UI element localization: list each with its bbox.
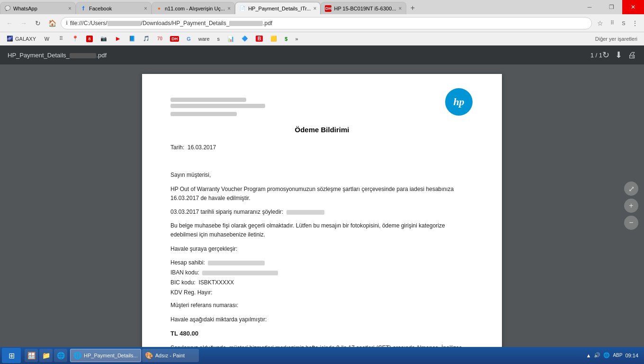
chrome-menu-icon[interactable]: ⋮ <box>630 18 640 28</box>
bookmark-ware[interactable]: ware <box>196 34 213 44</box>
bookmark-dh[interactable]: DH <box>167 34 182 44</box>
profile-icon[interactable]: S <box>618 18 629 28</box>
tab-n11-close[interactable]: × <box>227 5 231 12</box>
tab-hp-payment-close[interactable]: × <box>313 5 316 12</box>
bookmark-g[interactable]: G <box>184 34 194 44</box>
taskbar-pin-3[interactable]: 🌐 <box>54 349 67 362</box>
pdf-body: Tarih: 16.03.2017 Sayın müşterisi, HP Ou… <box>170 143 474 347</box>
hesap-sahibi-line: Hesap sahibi: <box>170 258 474 267</box>
date-line: Tarih: 16.03.2017 <box>170 143 474 152</box>
amount-value: TL 480.00 <box>170 330 198 337</box>
bookmark-w[interactable]: W <box>41 34 53 44</box>
bookmark-maps[interactable]: 📍 <box>69 34 81 44</box>
music-icon: 🎵 <box>143 36 150 42</box>
pdf-page-info: 1 / 1 <box>590 52 602 59</box>
para4: Havale şuraya gerçekleşir: <box>170 245 474 254</box>
zoom-in-button[interactable]: + <box>624 199 638 213</box>
home-button[interactable]: 🏠 <box>46 18 58 29</box>
bank-details: Hesap sahibi: IBAN kodu: BIC kodu: ISBKT… <box>170 258 474 298</box>
tab-hp-laptop-label: HP 15-BC019NT i5-6300... <box>334 6 396 11</box>
address-line-3 <box>170 112 237 116</box>
extensions-icon[interactable]: ⠿ <box>607 18 617 28</box>
bookmark-excel[interactable]: 📊 <box>224 34 237 44</box>
tab-n11[interactable]: ● n11.com - Alışverişin Uç... × <box>152 2 235 14</box>
bookmark-more-button[interactable]: Diğer yer işaretleri <box>592 36 640 42</box>
bookmark-apps[interactable]: ⠿ <box>55 34 67 44</box>
amount-line: TL 480.00 <box>170 329 474 339</box>
tab-hp-laptop-close[interactable]: × <box>399 5 402 12</box>
restore-button[interactable]: ❐ <box>600 0 622 14</box>
bookmark-trello[interactable]: 🔷 <box>239 34 251 44</box>
iban-line: IBAN kodu: <box>170 268 474 277</box>
bookmark-b[interactable]: B <box>253 34 266 44</box>
bookmark-insta[interactable]: 📷 <box>98 34 110 44</box>
tab-facebook-close[interactable]: × <box>144 5 147 12</box>
taskbar-hp-icon: 🌐 <box>73 352 81 359</box>
address-right: ☆ ⠿ S ⋮ <box>595 18 640 28</box>
tab-n11-label: n11.com - Alışverişin Uç... <box>165 6 225 11</box>
pdf-actions: ↻ ⬇ 🖨 <box>602 50 636 60</box>
network-icon[interactable]: 🌐 <box>603 352 610 358</box>
bookmark-galaxy[interactable]: 🌌GALAXY <box>4 34 39 44</box>
bookmark-red1[interactable]: 8 <box>83 34 96 44</box>
bookmark-music[interactable]: 🎵 <box>140 34 152 44</box>
new-tab-button[interactable]: + <box>406 2 420 14</box>
galaxy-icon: 🌌 <box>7 36 13 42</box>
url-protocol-icon: ℹ <box>66 20 68 26</box>
reload-button[interactable]: ↻ <box>32 18 44 29</box>
url-bar[interactable]: ℹ file:///C:/Users/░░░░░░░░░░/Downloads/… <box>61 17 592 29</box>
taskbar-hp-payment[interactable]: 🌐 HP_Payment_Details... <box>70 349 141 362</box>
zoom-out-button[interactable]: − <box>624 216 638 230</box>
minimize-button[interactable]: ─ <box>579 0 600 14</box>
taskbar-pin-1[interactable]: 🪟 <box>25 349 38 362</box>
dropbox-icon: 📘 <box>129 36 135 42</box>
havale-label-line: Havale aşağıdaki miktarda yapılmıştır: <box>170 315 474 324</box>
bookmark-s[interactable]: s <box>215 34 223 44</box>
pdf-print-button[interactable]: 🖨 <box>628 50 636 60</box>
windows-icon: ⊞ <box>9 351 15 360</box>
expand-button[interactable]: ⤢ <box>624 182 638 196</box>
back-button[interactable]: ← <box>4 18 15 29</box>
pdf-refresh-button[interactable]: ↻ <box>602 50 609 60</box>
tab-bar: 💬 WhatsApp × f Facebook × ● n11.com - Al… <box>0 0 644 14</box>
para2: 03.03.2017 tarihli sipariş numaranız şöy… <box>170 208 474 217</box>
speaker-icon[interactable]: 🔊 <box>594 352 600 358</box>
maps-icon: 📍 <box>72 36 79 42</box>
bookmarks-bar: 🌌GALAXY W ⠿ 📍 8 📷 ▶ 📘 🎵 70 DH G ware s 📊… <box>0 32 644 46</box>
show-hidden-icon[interactable]: ▲ <box>586 353 591 358</box>
para1: HP Out of Warranty Voucher Program promo… <box>170 185 474 203</box>
whatsapp-favicon: 💬 <box>4 5 11 12</box>
tab-facebook[interactable]: f Facebook × <box>76 2 152 14</box>
musteri-ref-label: Müşteri referans numarası: <box>170 302 238 309</box>
taskbar-paint[interactable]: 🎨 Adsız - Paint <box>142 349 199 362</box>
bookmark-70[interactable]: 70 <box>154 34 165 44</box>
bookmark-more-chevron[interactable]: » <box>292 34 301 44</box>
taskbar-paint-label: Adsız - Paint <box>155 353 185 358</box>
forward-button[interactable]: → <box>18 18 29 29</box>
taskbar-pin-2[interactable]: 📁 <box>39 349 53 362</box>
tab-hp-laptop[interactable]: DH HP 15-BC019NT i5-6300... × <box>321 2 406 14</box>
taskbar-hp-label: HP_Payment_Details... <box>84 353 138 358</box>
system-clock[interactable]: 09:14 <box>625 352 638 359</box>
close-button[interactable]: ✕ <box>622 0 644 14</box>
chevron-right-icon: » <box>295 36 298 42</box>
start-button[interactable]: ⊞ <box>2 348 21 363</box>
bookmark-yt[interactable]: ▶ <box>112 34 124 44</box>
pdf-content-area[interactable]: hp Ödeme Bildirimi Tarih: 16.03.2017 <box>0 64 644 347</box>
bm-b-label: B <box>256 36 263 42</box>
bookmark-star-icon[interactable]: ☆ <box>595 18 605 28</box>
tab-hp-payment[interactable]: 📄 HP_Payment_Details_ITr... × <box>235 2 321 14</box>
apps-icon: ⠿ <box>58 36 64 42</box>
tab-whatsapp[interactable]: 💬 WhatsApp × <box>0 2 76 14</box>
bm-red1-icon: 8 <box>86 36 93 42</box>
tab-whatsapp-close[interactable]: × <box>68 5 72 12</box>
bic-label: BIC kodu: <box>170 279 196 286</box>
address-line-2 <box>170 104 265 108</box>
facebook-favicon: f <box>80 5 87 12</box>
bookmark-dollar[interactable]: $ <box>282 34 290 44</box>
pdf-filename: HP_Payment_Details_░░░░░░░░.pdf <box>8 52 590 59</box>
hp-payment-favicon: 📄 <box>239 5 246 12</box>
bookmark-db[interactable]: 📘 <box>126 34 138 44</box>
bookmark-yellow[interactable]: 🟨 <box>268 34 280 44</box>
pdf-download-button[interactable]: ⬇ <box>615 50 622 60</box>
